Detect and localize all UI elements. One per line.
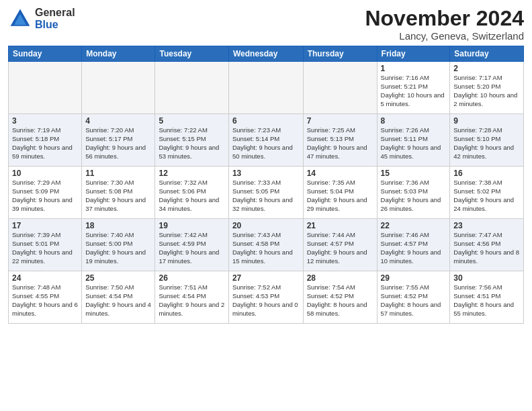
table-row: 17Sunrise: 7:39 AM Sunset: 5:01 PM Dayli… [9, 219, 82, 271]
day-number: 28 [307, 273, 373, 283]
day-number: 9 [453, 116, 520, 126]
table-row: 6Sunrise: 7:23 AM Sunset: 5:14 PM Daylig… [228, 114, 303, 167]
day-number: 22 [381, 221, 447, 230]
day-number: 1 [381, 64, 447, 73]
day-number: 24 [12, 273, 78, 283]
logo-icon [8, 7, 32, 31]
day-info: Sunrise: 7:29 AM Sunset: 5:09 PM Dayligh… [12, 179, 78, 213]
day-info: Sunrise: 7:28 AM Sunset: 5:10 PM Dayligh… [453, 126, 520, 161]
table-row [303, 62, 377, 114]
day-number: 26 [159, 273, 224, 283]
title-block: November 2024 Lancy, Geneva, Switzerland [365, 7, 524, 42]
calendar-week-row: 10Sunrise: 7:29 AM Sunset: 5:09 PM Dayli… [9, 167, 524, 219]
table-row [228, 62, 303, 114]
day-info: Sunrise: 7:16 AM Sunset: 5:21 PM Dayligh… [381, 74, 447, 108]
day-info: Sunrise: 7:43 AM Sunset: 4:58 PM Dayligh… [232, 231, 300, 265]
table-row: 22Sunrise: 7:46 AM Sunset: 4:57 PM Dayli… [377, 219, 450, 271]
logo: General Blue [8, 7, 75, 31]
day-info: Sunrise: 7:19 AM Sunset: 5:18 PM Dayligh… [12, 126, 78, 161]
logo-general: General [35, 7, 75, 19]
day-info: Sunrise: 7:36 AM Sunset: 5:03 PM Dayligh… [381, 179, 447, 213]
col-sunday: Sunday [9, 46, 82, 62]
day-info: Sunrise: 7:55 AM Sunset: 4:52 PM Dayligh… [381, 283, 447, 318]
day-info: Sunrise: 7:33 AM Sunset: 5:05 PM Dayligh… [232, 179, 300, 213]
table-row: 5Sunrise: 7:22 AM Sunset: 5:15 PM Daylig… [155, 114, 228, 167]
table-row: 1Sunrise: 7:16 AM Sunset: 5:21 PM Daylig… [377, 62, 450, 114]
col-saturday: Saturday [450, 46, 524, 62]
day-info: Sunrise: 7:30 AM Sunset: 5:08 PM Dayligh… [85, 179, 151, 213]
day-number: 7 [307, 116, 373, 126]
location-title: Lancy, Geneva, Switzerland [365, 30, 524, 42]
day-info: Sunrise: 7:20 AM Sunset: 5:17 PM Dayligh… [85, 126, 151, 161]
day-info: Sunrise: 7:23 AM Sunset: 5:14 PM Dayligh… [232, 126, 300, 161]
day-number: 6 [232, 116, 300, 126]
day-info: Sunrise: 7:51 AM Sunset: 4:54 PM Dayligh… [159, 283, 224, 318]
day-info: Sunrise: 7:17 AM Sunset: 5:20 PM Dayligh… [453, 74, 520, 108]
day-number: 3 [12, 116, 78, 126]
table-row: 18Sunrise: 7:40 AM Sunset: 5:00 PM Dayli… [82, 219, 155, 271]
table-row: 3Sunrise: 7:19 AM Sunset: 5:18 PM Daylig… [9, 114, 82, 167]
table-row: 25Sunrise: 7:50 AM Sunset: 4:54 PM Dayli… [82, 271, 155, 324]
day-number: 18 [85, 221, 151, 230]
table-row: 19Sunrise: 7:42 AM Sunset: 4:59 PM Dayli… [155, 219, 228, 271]
day-number: 16 [453, 169, 520, 178]
day-number: 17 [12, 221, 78, 230]
day-number: 5 [159, 116, 224, 126]
day-number: 8 [381, 116, 447, 126]
table-row: 4Sunrise: 7:20 AM Sunset: 5:17 PM Daylig… [82, 114, 155, 167]
day-info: Sunrise: 7:25 AM Sunset: 5:13 PM Dayligh… [307, 126, 373, 161]
day-info: Sunrise: 7:35 AM Sunset: 5:04 PM Dayligh… [307, 179, 373, 213]
table-row [82, 62, 155, 114]
day-info: Sunrise: 7:44 AM Sunset: 4:57 PM Dayligh… [307, 231, 373, 265]
day-info: Sunrise: 7:50 AM Sunset: 4:54 PM Dayligh… [85, 283, 151, 318]
day-info: Sunrise: 7:32 AM Sunset: 5:06 PM Dayligh… [159, 179, 224, 213]
day-info: Sunrise: 7:38 AM Sunset: 5:02 PM Dayligh… [453, 179, 520, 213]
day-number: 13 [232, 169, 300, 178]
day-number: 30 [453, 273, 520, 283]
day-number: 2 [453, 64, 520, 73]
page-container: General Blue November 2024 Lancy, Geneva… [0, 0, 532, 329]
day-info: Sunrise: 7:46 AM Sunset: 4:57 PM Dayligh… [381, 231, 447, 265]
day-number: 19 [159, 221, 224, 230]
day-number: 27 [232, 273, 300, 283]
day-number: 10 [12, 169, 78, 178]
day-number: 4 [85, 116, 151, 126]
calendar-week-row: 3Sunrise: 7:19 AM Sunset: 5:18 PM Daylig… [9, 114, 524, 167]
day-info: Sunrise: 7:26 AM Sunset: 5:11 PM Dayligh… [381, 126, 447, 161]
calendar: Sunday Monday Tuesday Wednesday Thursday… [8, 46, 524, 324]
day-number: 20 [232, 221, 300, 230]
day-number: 21 [307, 221, 373, 230]
col-thursday: Thursday [303, 46, 377, 62]
table-row: 8Sunrise: 7:26 AM Sunset: 5:11 PM Daylig… [377, 114, 450, 167]
calendar-week-row: 24Sunrise: 7:48 AM Sunset: 4:55 PM Dayli… [9, 271, 524, 324]
day-info: Sunrise: 7:47 AM Sunset: 4:56 PM Dayligh… [453, 231, 520, 265]
table-row: 10Sunrise: 7:29 AM Sunset: 5:09 PM Dayli… [9, 167, 82, 219]
table-row: 30Sunrise: 7:56 AM Sunset: 4:51 PM Dayli… [450, 271, 524, 324]
day-number: 11 [85, 169, 151, 178]
logo-text: General Blue [35, 7, 75, 30]
table-row: 14Sunrise: 7:35 AM Sunset: 5:04 PM Dayli… [303, 167, 377, 219]
day-info: Sunrise: 7:42 AM Sunset: 4:59 PM Dayligh… [159, 231, 224, 265]
day-info: Sunrise: 7:52 AM Sunset: 4:53 PM Dayligh… [232, 283, 300, 318]
table-row: 29Sunrise: 7:55 AM Sunset: 4:52 PM Dayli… [377, 271, 450, 324]
table-row: 20Sunrise: 7:43 AM Sunset: 4:58 PM Dayli… [228, 219, 303, 271]
table-row: 23Sunrise: 7:47 AM Sunset: 4:56 PM Dayli… [450, 219, 524, 271]
col-wednesday: Wednesday [228, 46, 303, 62]
table-row: 16Sunrise: 7:38 AM Sunset: 5:02 PM Dayli… [450, 167, 524, 219]
table-row: 2Sunrise: 7:17 AM Sunset: 5:20 PM Daylig… [450, 62, 524, 114]
table-row [9, 62, 82, 114]
logo-blue: Blue [35, 19, 75, 31]
col-tuesday: Tuesday [155, 46, 228, 62]
table-row: 9Sunrise: 7:28 AM Sunset: 5:10 PM Daylig… [450, 114, 524, 167]
day-info: Sunrise: 7:56 AM Sunset: 4:51 PM Dayligh… [453, 283, 520, 318]
col-friday: Friday [377, 46, 450, 62]
calendar-week-row: 1Sunrise: 7:16 AM Sunset: 5:21 PM Daylig… [9, 62, 524, 114]
table-row [155, 62, 228, 114]
table-row: 26Sunrise: 7:51 AM Sunset: 4:54 PM Dayli… [155, 271, 228, 324]
table-row: 15Sunrise: 7:36 AM Sunset: 5:03 PM Dayli… [377, 167, 450, 219]
day-info: Sunrise: 7:22 AM Sunset: 5:15 PM Dayligh… [159, 126, 224, 161]
day-number: 23 [453, 221, 520, 230]
day-info: Sunrise: 7:40 AM Sunset: 5:00 PM Dayligh… [85, 231, 151, 265]
table-row: 28Sunrise: 7:54 AM Sunset: 4:52 PM Dayli… [303, 271, 377, 324]
table-row: 24Sunrise: 7:48 AM Sunset: 4:55 PM Dayli… [9, 271, 82, 324]
